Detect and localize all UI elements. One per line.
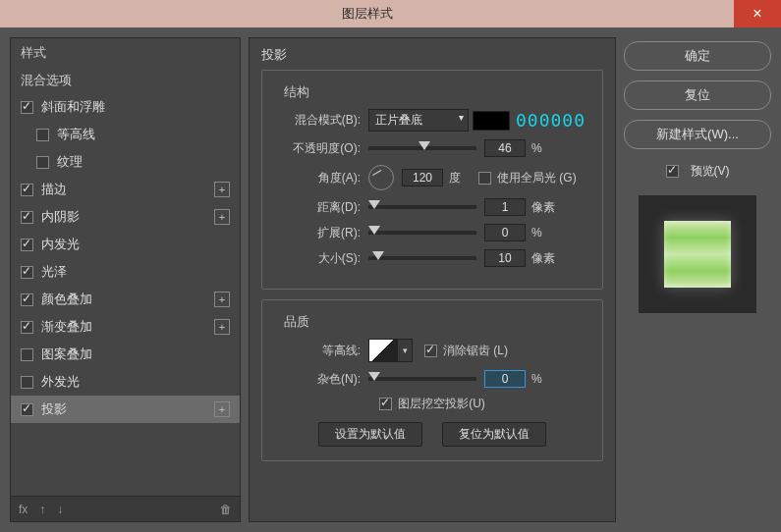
size-unit: 像素 [531,250,561,267]
preview-box [639,195,756,313]
style-checkbox[interactable] [21,403,33,416]
shadow-color-swatch[interactable] [473,111,510,131]
style-item[interactable]: 光泽 [11,258,240,286]
style-checkbox[interactable] [21,184,33,196]
add-effect-icon[interactable]: + [214,182,230,197]
style-checkbox[interactable] [36,129,49,141]
trash-icon[interactable]: 🗑 [220,503,232,516]
style-item[interactable]: 图案叠加 [11,341,240,368]
new-style-button[interactable]: 新建样式(W)... [624,120,771,149]
ok-button[interactable]: 确定 [624,41,771,71]
style-checkbox[interactable] [21,321,33,334]
style-item[interactable]: 内阴影+ [11,203,240,231]
style-checkbox[interactable] [21,293,33,306]
angle-input[interactable] [402,169,443,186]
color-hex: 000000 [516,110,586,131]
spread-slider[interactable] [368,231,476,235]
preview-swatch [664,221,731,288]
fx-menu-icon[interactable]: fx [19,503,28,516]
knockout-checkbox[interactable] [379,398,392,410]
add-effect-icon[interactable]: + [214,401,230,417]
angle-label: 角度(A): [276,170,361,186]
style-checkbox[interactable] [36,156,49,169]
contour-dropdown-icon[interactable]: ▾ [397,339,413,362]
styles-header[interactable]: 样式 [11,38,240,66]
styles-list-panel: 样式 混合选项 斜面和浮雕等高线纹理描边+内阴影+内发光光泽颜色叠加+渐变叠加+… [10,37,241,522]
add-effect-icon[interactable]: + [214,209,230,225]
settings-panel: 投影 结构 混合模式(B): 正片叠底 000000 不透明度(O): % 角度… [249,37,616,522]
style-item-label: 纹理 [57,153,83,171]
action-panel: 确定 复位 新建样式(W)... 预览(V) [624,37,771,522]
style-item[interactable]: 渐变叠加+ [11,313,240,341]
style-item[interactable]: 斜面和浮雕 [11,93,240,121]
style-item[interactable]: 外发光 [11,368,240,396]
distance-input[interactable] [484,198,526,216]
up-arrow-icon[interactable]: ↑ [39,503,45,516]
spread-label: 扩展(R): [276,225,361,241]
quality-legend: 品质 [280,313,313,331]
distance-unit: 像素 [531,199,561,216]
style-item-label: 渐变叠加 [41,318,92,336]
angle-dial[interactable] [368,165,394,190]
add-effect-icon[interactable]: + [214,319,230,335]
noise-input[interactable] [484,370,526,388]
opacity-slider[interactable] [368,146,476,150]
style-item[interactable]: 纹理 [11,148,240,176]
contour-preview[interactable] [368,339,398,362]
size-label: 大小(S): [276,250,361,267]
preview-checkbox[interactable] [666,165,679,178]
style-item-label: 斜面和浮雕 [41,98,105,116]
style-checkbox[interactable] [21,211,33,224]
style-checkbox[interactable] [21,239,33,251]
cancel-button[interactable]: 复位 [624,80,771,110]
style-item-label: 投影 [41,400,67,418]
style-item[interactable]: 内发光 [11,231,240,258]
title-bar: 图层样式 × [0,0,781,27]
style-item-label: 外发光 [41,373,80,391]
size-input[interactable] [484,249,526,267]
structure-fieldset: 结构 混合模式(B): 正片叠底 000000 不透明度(O): % 角度(A)… [261,70,603,290]
add-effect-icon[interactable]: + [214,292,230,307]
style-checkbox[interactable] [21,376,33,389]
contour-label: 等高线: [276,343,361,359]
down-arrow-icon[interactable]: ↓ [57,503,63,516]
style-item-label: 等高线 [57,126,95,143]
blend-options-header[interactable]: 混合选项 [11,66,240,93]
style-checkbox[interactable] [21,266,33,279]
spread-unit: % [531,226,561,239]
close-button[interactable]: × [734,0,781,27]
antialias-label: 消除锯齿 (L) [443,343,508,359]
opacity-label: 不透明度(O): [276,140,361,157]
distance-slider[interactable] [368,205,476,209]
style-item[interactable]: 等高线 [11,121,240,148]
style-item-label: 颜色叠加 [41,291,92,308]
style-item-label: 内阴影 [41,208,80,226]
panel-title: 投影 [261,46,603,64]
knockout-label: 图层挖空投影(U) [398,396,485,412]
style-item-label: 描边 [41,181,67,198]
style-item[interactable]: 颜色叠加+ [11,286,240,313]
angle-unit: 度 [449,170,478,186]
style-item[interactable]: 描边+ [11,176,240,203]
global-light-label: 使用全局光 (G) [497,170,577,186]
size-slider[interactable] [368,256,476,260]
opacity-input[interactable] [484,139,526,157]
global-light-checkbox[interactable] [478,172,491,185]
opacity-unit: % [531,141,561,155]
noise-label: 杂色(N): [276,371,361,388]
styles-footer: fx ↑ ↓ 🗑 [11,496,240,521]
window-title: 图层样式 [0,5,734,23]
distance-label: 距离(D): [276,199,361,216]
quality-fieldset: 品质 等高线: ▾ 消除锯齿 (L) 杂色(N): % 图层挖空投影(U) [261,299,603,461]
make-default-button[interactable]: 设置为默认值 [318,422,422,447]
noise-unit: % [531,372,561,386]
blend-mode-select[interactable]: 正片叠底 [368,109,469,132]
style-item[interactable]: 投影+ [11,396,240,423]
antialias-checkbox[interactable] [424,345,437,357]
style-item-label: 光泽 [41,263,67,281]
noise-slider[interactable] [368,377,476,381]
reset-default-button[interactable]: 复位为默认值 [442,422,546,447]
style-checkbox[interactable] [21,348,33,361]
spread-input[interactable] [484,224,526,241]
style-checkbox[interactable] [21,101,33,114]
